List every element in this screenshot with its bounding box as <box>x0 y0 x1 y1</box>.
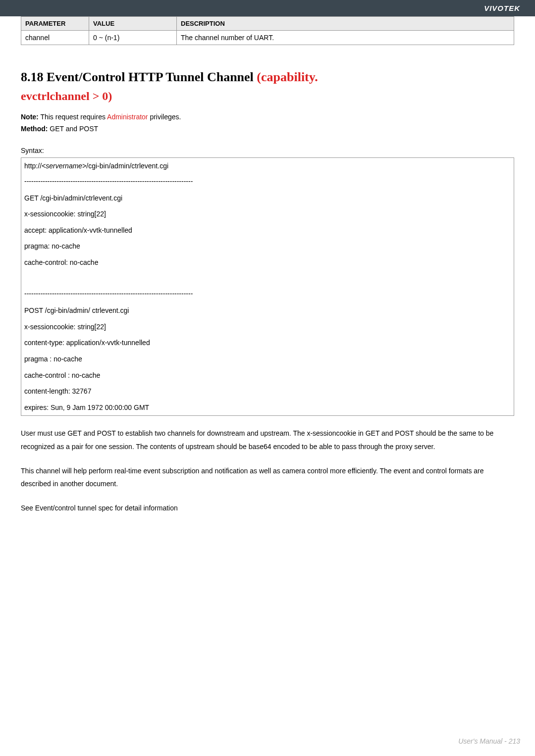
get-line: x-sessioncookie: string[22] <box>21 206 514 222</box>
section-title-red-1: (capability. <box>257 70 318 84</box>
post-line: content-type: application/x-vvtk-tunnell… <box>21 335 514 351</box>
note-line: Note: This request requires Administrato… <box>21 113 514 121</box>
method-line: Method: GET and POST <box>21 125 514 133</box>
main-content: PARAMETER VALUE DESCRIPTION channel 0 ~ … <box>0 16 535 545</box>
section-heading: 8.18 Event/Control HTTP Tunnel Channel (… <box>21 70 514 85</box>
brand-text: VIVOTEK <box>484 4 520 12</box>
section-subheading: evctrlchannel > 0) <box>21 90 514 103</box>
url-prefix: http:// <box>24 162 42 170</box>
separator-2: ----------------------------------------… <box>21 287 514 302</box>
blank-line <box>21 271 514 287</box>
table-row: channel 0 ~ (n-1) The channel number of … <box>21 31 514 45</box>
post-line: x-sessioncookie: string[22] <box>21 319 514 335</box>
url-servername: <servername> <box>42 162 86 170</box>
url-suffix: /cgi-bin/admin/ctrlevent.cgi <box>86 162 168 170</box>
note-text-after: privileges. <box>150 113 181 121</box>
syntax-block: http://<servername>/cgi-bin/admin/ctrlev… <box>21 157 514 416</box>
header-bar: VIVOTEK <box>0 0 535 16</box>
post-line: POST /cgi-bin/admin/ ctrlevent.cgi <box>21 302 514 319</box>
footer-text: User's Manual - 213 <box>458 737 520 745</box>
footer: User's Manual - 213 <box>458 737 520 745</box>
cell-value: 0 ~ (n-1) <box>89 31 177 45</box>
body-paragraph-1: User must use GET and POST to establish … <box>21 427 514 453</box>
cell-parameter: channel <box>21 31 89 45</box>
get-line: cache-control: no-cache <box>21 254 514 271</box>
page: VIVOTEK PARAMETER VALUE DESCRIPTION chan… <box>0 0 535 756</box>
get-line: accept: application/x-vvtk-tunnelled <box>21 222 514 239</box>
th-parameter: PARAMETER <box>21 17 89 31</box>
section-number: 8.18 <box>21 70 44 84</box>
th-description: DESCRIPTION <box>177 17 514 31</box>
note-text-before: This request requires <box>40 113 106 121</box>
get-line: pragma: no-cache <box>21 238 514 254</box>
th-value: VALUE <box>89 17 177 31</box>
url-line: http://<servername>/cgi-bin/admin/ctrlev… <box>21 158 514 174</box>
syntax-label: Syntax: <box>21 147 514 154</box>
post-line: cache-control : no-cache <box>21 367 514 384</box>
body-paragraph-3: See Event/control tunnel spec for detail… <box>21 502 514 515</box>
get-line: GET /cgi-bin/admin/ctrlevent.cgi <box>21 190 514 206</box>
post-line: content-length: 32767 <box>21 383 514 400</box>
method-value: GET and POST <box>50 125 98 133</box>
section-title-black: Event/Control HTTP Tunnel Channel <box>47 70 254 84</box>
cell-description: The channel number of UART. <box>177 31 514 45</box>
separator-1: ----------------------------------------… <box>21 174 514 190</box>
body-paragraph-2: This channel will help perform real-time… <box>21 464 514 491</box>
table-header-row: PARAMETER VALUE DESCRIPTION <box>21 17 514 31</box>
parameter-table: PARAMETER VALUE DESCRIPTION channel 0 ~ … <box>21 16 514 45</box>
post-line: expires: Sun, 9 Jam 1972 00:00:00 GMT <box>21 400 514 416</box>
note-label: Note: <box>21 113 39 121</box>
method-label: Method: <box>21 125 48 133</box>
post-line: pragma : no-cache <box>21 351 514 367</box>
note-admin: Administrator <box>107 113 148 121</box>
